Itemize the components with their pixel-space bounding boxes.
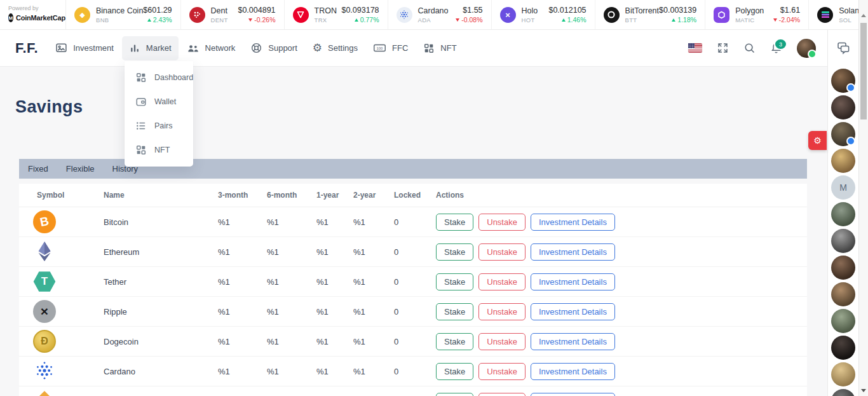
investment-details-button[interactable]: Investment Details bbox=[531, 243, 615, 261]
ticker-item-holo[interactable]: ×HoloHOT$0.0121051.46% bbox=[491, 0, 595, 29]
ticker-item-cardano[interactable]: CardanoADA$1.55-0.08% bbox=[388, 0, 491, 29]
user-avatar[interactable] bbox=[797, 39, 816, 58]
investment-details-button[interactable]: Investment Details bbox=[531, 273, 615, 290]
contact-avatar[interactable] bbox=[831, 122, 855, 146]
scroll-up-arrow-icon[interactable] bbox=[861, 14, 866, 17]
actions-cell: StakeUnstakeInvestment Details bbox=[436, 303, 807, 320]
rate-3-month: %1 bbox=[218, 367, 267, 376]
stake-button[interactable]: Stake bbox=[436, 214, 473, 231]
status-dot bbox=[846, 137, 855, 146]
menu-item-pairs[interactable]: Pairs bbox=[125, 114, 193, 138]
nav-item-market[interactable]: Market bbox=[122, 36, 179, 60]
coin-change: 2.43% bbox=[143, 16, 172, 24]
network-icon bbox=[187, 42, 200, 55]
settings-icon: ⚙ bbox=[313, 43, 322, 53]
nav-item-nft[interactable]: NFT bbox=[416, 36, 463, 60]
ethereum-icon bbox=[33, 255, 56, 264]
investment-details-button[interactable]: Investment Details bbox=[531, 393, 615, 396]
contact-avatar[interactable] bbox=[831, 69, 855, 93]
down-arrow-icon bbox=[248, 18, 252, 22]
gear-icon: ⚙ bbox=[813, 135, 822, 146]
ticker-item-polygon[interactable]: PolygonMATIC$1.61-2.04% bbox=[705, 0, 808, 29]
window-scrollbar[interactable] bbox=[858, 0, 868, 396]
contact-avatar[interactable] bbox=[831, 256, 855, 280]
coin-symbol: TRX bbox=[315, 17, 337, 24]
actions-cell: StakeUnstakeInvestment Details bbox=[436, 393, 807, 396]
cardano-coin-icon bbox=[397, 7, 412, 23]
nav-item-label: FFC bbox=[392, 43, 408, 53]
navbar-controls: 3 bbox=[688, 39, 816, 58]
unstake-button[interactable]: Unstake bbox=[478, 243, 526, 261]
ticker-item-dent[interactable]: DentDENT$0.004891-0.26% bbox=[180, 0, 284, 29]
support-icon bbox=[250, 42, 262, 54]
unstake-button[interactable]: Unstake bbox=[478, 393, 526, 396]
coinmarketcap-branding[interactable]: Powered by M CoinMarketCap bbox=[0, 0, 66, 29]
stake-button[interactable]: Stake bbox=[436, 333, 473, 350]
contact-avatar[interactable] bbox=[831, 202, 855, 226]
scroll-down-arrow-icon[interactable] bbox=[861, 389, 866, 392]
table-row-ethereum: Ethereum%1%1%1%10StakeUnstakeInvestment … bbox=[19, 237, 807, 267]
notifications-bell-icon[interactable]: 3 bbox=[770, 42, 782, 54]
unstake-button[interactable]: Unstake bbox=[478, 214, 526, 231]
unstake-button[interactable]: Unstake bbox=[478, 333, 526, 350]
ticker-item-bittorrent[interactable]: BitTorrentBTT$0.0031391.18% bbox=[595, 0, 705, 29]
menu-item-label: Wallet bbox=[154, 97, 176, 106]
nav-item-label: Market bbox=[146, 43, 172, 53]
coin-price: $0.093178 bbox=[341, 6, 379, 15]
stake-button[interactable]: Stake bbox=[436, 303, 473, 320]
column-header-1-year: 1-year bbox=[316, 191, 353, 200]
scrollbar-thumb[interactable] bbox=[860, 23, 867, 119]
chat-sidebar: M bbox=[827, 30, 858, 396]
menu-item-dashboard[interactable]: Dashboard bbox=[125, 65, 193, 90]
savings-card: FixedFlexibleHistory SymbolName3-month6-… bbox=[19, 159, 807, 396]
investment-details-button[interactable]: Investment Details bbox=[531, 363, 615, 380]
contact-avatar[interactable] bbox=[831, 336, 855, 360]
stake-button[interactable]: Stake bbox=[436, 243, 473, 261]
contact-avatar[interactable] bbox=[831, 389, 855, 396]
search-icon[interactable] bbox=[743, 42, 756, 54]
nav-item-network[interactable]: Network bbox=[180, 36, 243, 61]
rate-2-year: %1 bbox=[353, 337, 394, 346]
unstake-button[interactable]: Unstake bbox=[478, 303, 526, 320]
column-header-name: Name bbox=[104, 191, 218, 200]
contact-avatar[interactable] bbox=[831, 95, 855, 119]
stake-button[interactable]: Stake bbox=[436, 393, 473, 396]
stake-button[interactable]: Stake bbox=[436, 363, 473, 380]
table-header-row: SymbolName3-month6-month1-year2-yearLock… bbox=[19, 184, 807, 207]
investment-details-button[interactable]: Investment Details bbox=[531, 303, 615, 320]
nav-item-support[interactable]: Support bbox=[243, 36, 304, 60]
nav-menu: InvestmentMarketNetworkSupport⚙Settings1… bbox=[48, 36, 465, 61]
coin-symbol: ADA bbox=[418, 17, 449, 24]
menu-item-wallet[interactable]: Wallet bbox=[125, 90, 193, 114]
ticker-item-solana[interactable]: SolanaSOL bbox=[808, 0, 858, 29]
tab-fixed[interactable]: Fixed bbox=[19, 159, 57, 179]
app-logo[interactable]: F.F. bbox=[15, 40, 38, 57]
stake-button[interactable]: Stake bbox=[436, 273, 473, 290]
investment-details-button[interactable]: Investment Details bbox=[531, 333, 615, 350]
tab-flexible[interactable]: Flexible bbox=[57, 159, 104, 179]
contact-avatar[interactable] bbox=[831, 229, 855, 253]
ticker-item-tron[interactable]: TRONTRX$0.0931780.77% bbox=[284, 0, 388, 29]
contact-avatar[interactable] bbox=[831, 282, 855, 306]
chat-icon[interactable] bbox=[836, 41, 851, 56]
language-flag-us-icon[interactable] bbox=[688, 43, 702, 53]
nav-item-investment[interactable]: Investment bbox=[48, 36, 121, 60]
contact-avatar[interactable]: M bbox=[831, 175, 855, 200]
contact-avatar[interactable] bbox=[831, 362, 855, 386]
symbol-cell bbox=[33, 240, 104, 264]
coin-price: $0.004891 bbox=[238, 6, 275, 15]
menu-item-nft[interactable]: NFT bbox=[125, 138, 193, 162]
ticker-item-binance-coin[interactable]: ◆Binance CoinBNB$601.292.43% bbox=[66, 0, 180, 29]
nav-item-ffc[interactable]: 100FFC bbox=[366, 36, 415, 60]
customizer-gear-button[interactable]: ⚙ bbox=[808, 131, 827, 150]
unstake-button[interactable]: Unstake bbox=[478, 363, 526, 380]
locked-amount: 0 bbox=[394, 307, 436, 317]
contact-avatar[interactable] bbox=[831, 149, 855, 173]
page-title: Savings bbox=[15, 97, 83, 117]
contact-avatar[interactable] bbox=[831, 309, 855, 333]
fullscreen-icon[interactable] bbox=[717, 42, 729, 54]
nav-item-settings[interactable]: ⚙Settings bbox=[306, 36, 365, 60]
investment-details-button[interactable]: Investment Details bbox=[531, 214, 615, 231]
unstake-button[interactable]: Unstake bbox=[478, 273, 526, 290]
coin-price: $1.61 bbox=[773, 6, 800, 15]
